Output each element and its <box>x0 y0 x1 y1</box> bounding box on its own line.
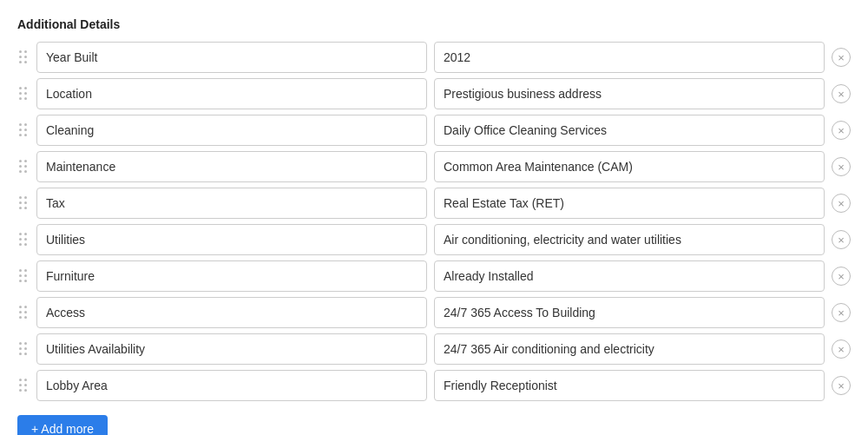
value-input-cleaning[interactable] <box>434 115 825 146</box>
remove-button-location[interactable]: × <box>832 84 851 103</box>
table-row: × <box>17 297 851 328</box>
drag-handle-icon[interactable] <box>17 85 30 102</box>
remove-button-year-built[interactable]: × <box>832 48 851 67</box>
drag-handle-icon[interactable] <box>17 267 30 285</box>
drag-handle-icon[interactable] <box>17 122 30 139</box>
key-input-lobby-area[interactable] <box>36 370 427 401</box>
value-input-year-built[interactable] <box>434 42 825 73</box>
table-row: × <box>17 42 851 73</box>
additional-details-section: Additional Details ×××××××××× + Add more <box>17 17 851 435</box>
table-row: × <box>17 188 851 219</box>
drag-handle-icon[interactable] <box>17 231 30 248</box>
drag-handle-icon[interactable] <box>17 49 30 66</box>
remove-button-maintenance[interactable]: × <box>832 157 851 176</box>
table-row: × <box>17 224 851 255</box>
key-input-year-built[interactable] <box>36 42 427 73</box>
table-row: × <box>17 78 851 109</box>
drag-handle-icon[interactable] <box>17 304 30 321</box>
key-input-tax[interactable] <box>36 188 427 219</box>
remove-button-access[interactable]: × <box>832 303 851 322</box>
key-input-access[interactable] <box>36 297 427 328</box>
remove-button-utilities-availability[interactable]: × <box>832 339 851 359</box>
remove-button-lobby-area[interactable]: × <box>832 376 851 395</box>
key-input-utilities[interactable] <box>36 224 427 255</box>
table-row: × <box>17 115 851 146</box>
drag-handle-icon[interactable] <box>17 194 30 212</box>
remove-button-tax[interactable]: × <box>832 194 851 213</box>
key-input-maintenance[interactable] <box>36 151 427 182</box>
remove-button-furniture[interactable]: × <box>832 267 851 286</box>
key-input-cleaning[interactable] <box>36 115 427 146</box>
table-row: × <box>17 333 851 365</box>
value-input-maintenance[interactable] <box>434 151 825 182</box>
drag-handle-icon[interactable] <box>17 340 30 358</box>
drag-handle-icon[interactable] <box>17 377 30 394</box>
remove-button-cleaning[interactable]: × <box>832 121 851 140</box>
table-row: × <box>17 260 851 292</box>
value-input-lobby-area[interactable] <box>434 370 825 401</box>
value-input-tax[interactable] <box>434 188 825 219</box>
value-input-furniture[interactable] <box>434 260 825 292</box>
table-row: × <box>17 370 851 401</box>
drag-handle-icon[interactable] <box>17 158 30 175</box>
table-row: × <box>17 151 851 182</box>
section-title: Additional Details <box>17 17 851 31</box>
rows-container: ×××××××××× <box>17 42 851 401</box>
value-input-location[interactable] <box>434 78 825 109</box>
value-input-access[interactable] <box>434 297 825 328</box>
value-input-utilities-availability[interactable] <box>434 333 825 365</box>
key-input-location[interactable] <box>36 78 427 109</box>
value-input-utilities[interactable] <box>434 224 825 255</box>
remove-button-utilities[interactable]: × <box>832 230 851 249</box>
add-more-button[interactable]: + Add more <box>17 415 108 435</box>
key-input-utilities-availability[interactable] <box>36 333 427 365</box>
key-input-furniture[interactable] <box>36 260 427 292</box>
